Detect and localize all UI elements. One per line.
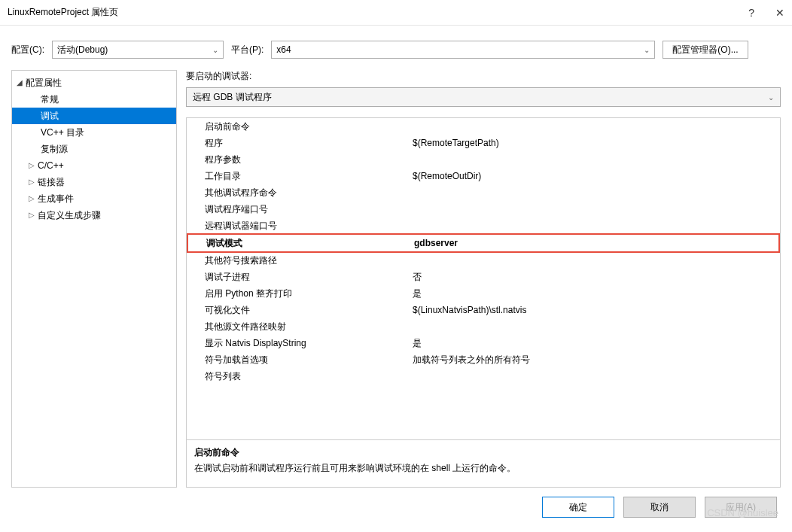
tree-item-custombuild[interactable]: ▷ 自定义生成步骤 <box>12 207 176 223</box>
property-row[interactable]: 启动前命令 <box>187 118 780 135</box>
property-row[interactable]: 调试程序端口号 <box>187 201 780 217</box>
tree-item-debug[interactable]: 调试 <box>12 108 176 124</box>
expand-icon: ▷ <box>29 208 38 222</box>
tree-root-label: 配置属性 <box>26 76 62 90</box>
titlebar: LinuxRemoteProject 属性页 ? ✕ <box>0 0 792 26</box>
description-title: 启动前命令 <box>194 446 772 459</box>
platform-combo-value: x64 <box>276 44 291 55</box>
tree-item-copysrc[interactable]: 复制源 <box>12 141 176 157</box>
ok-button[interactable]: 确定 <box>542 497 614 518</box>
platform-combo[interactable]: x64 ⌄ <box>271 41 655 59</box>
tree-item-ccpp[interactable]: ▷ C/C++ <box>12 157 176 174</box>
property-row[interactable]: 其他源文件路径映射 <box>187 318 780 335</box>
property-row[interactable]: 其他调试程序命令 <box>187 184 780 201</box>
close-button[interactable]: ✕ <box>775 7 784 19</box>
property-row[interactable]: 工作目录$(RemoteOutDir) <box>187 168 780 184</box>
property-row[interactable]: 其他符号搜索路径 <box>187 252 780 269</box>
property-value[interactable]: 加载符号列表之外的所有符号 <box>413 351 780 368</box>
main-area: ◢ 配置属性 常规 调试 VC++ 目录 复制源 ▷ C/C++ ▷ 链接器 ▷… <box>0 66 792 488</box>
property-value[interactable]: gdbserver <box>414 235 778 251</box>
debugger-combo[interactable]: 远程 GDB 调试程序 ⌄ <box>186 87 781 107</box>
property-row[interactable]: 可视化文件$(LinuxNatvisPath)\stl.natvis <box>187 302 780 318</box>
property-row[interactable]: 显示 Natvis DisplayString是 <box>187 335 780 351</box>
config-combo-value: 活动(Debug) <box>57 44 108 56</box>
property-row[interactable]: 程序$(RemoteTargetPath) <box>187 135 780 151</box>
property-row[interactable]: 调试子进程否 <box>187 269 780 285</box>
property-row[interactable]: 调试模式gdbserver <box>187 233 780 253</box>
collapse-icon: ◢ <box>17 76 26 90</box>
property-grid: 启动前命令程序$(RemoteTargetPath)程序参数工作目录$(Remo… <box>186 117 781 440</box>
chevron-down-icon: ⌄ <box>644 46 650 54</box>
expand-icon: ▷ <box>29 175 38 189</box>
property-label: 其他符号搜索路径 <box>187 252 413 269</box>
property-row[interactable]: 符号加载首选项加载符号列表之外的所有符号 <box>187 351 780 368</box>
tree-item-general[interactable]: 常规 <box>12 91 176 108</box>
property-label: 其他源文件路径映射 <box>187 318 413 335</box>
tree-item-buildevents[interactable]: ▷ 生成事件 <box>12 190 176 207</box>
config-label: 配置(C): <box>11 44 44 56</box>
property-label: 可视化文件 <box>187 302 413 318</box>
property-row[interactable]: 符号列表 <box>187 368 780 385</box>
property-label: 启动前命令 <box>187 118 413 135</box>
property-label: 程序参数 <box>187 151 413 168</box>
config-combo[interactable]: 活动(Debug) ⌄ <box>52 41 224 59</box>
property-label: 符号加载首选项 <box>187 351 413 368</box>
debugger-label: 要启动的调试器: <box>186 70 781 83</box>
chevron-down-icon: ⌄ <box>768 93 774 102</box>
property-value[interactable]: 否 <box>413 269 780 285</box>
property-label: 启用 Python 整齐打印 <box>187 285 413 302</box>
apply-button[interactable]: 应用(A) <box>705 497 777 518</box>
property-value[interactable]: $(RemoteTargetPath) <box>413 135 780 151</box>
tree-item-linker[interactable]: ▷ 链接器 <box>12 174 176 190</box>
config-row: 配置(C): 活动(Debug) ⌄ 平台(P): x64 ⌄ 配置管理器(O)… <box>0 26 792 66</box>
description-text: 在调试启动前和调试程序运行前且可用来影响调试环境的在 shell 上运行的命令。 <box>194 462 772 475</box>
help-button[interactable]: ? <box>748 7 754 19</box>
property-label: 调试程序端口号 <box>187 201 413 217</box>
property-value[interactable]: $(LinuxNatvisPath)\stl.natvis <box>413 302 780 318</box>
property-label: 远程调试器端口号 <box>187 217 413 234</box>
expand-icon: ▷ <box>29 192 38 205</box>
property-value[interactable]: 是 <box>413 335 780 351</box>
description-panel: 启动前命令 在调试启动前和调试程序运行前且可用来影响调试环境的在 shell 上… <box>186 440 781 488</box>
property-label: 程序 <box>187 135 413 151</box>
property-row[interactable]: 启用 Python 整齐打印是 <box>187 285 780 302</box>
property-label: 显示 Natvis DisplayString <box>187 335 413 351</box>
tree-root[interactable]: ◢ 配置属性 <box>12 74 176 91</box>
property-label: 工作目录 <box>187 168 413 184</box>
property-label: 调试模式 <box>188 235 414 251</box>
config-manager-button[interactable]: 配置管理器(O)... <box>663 41 748 59</box>
tree-panel: ◢ 配置属性 常规 调试 VC++ 目录 复制源 ▷ C/C++ ▷ 链接器 ▷… <box>11 70 177 488</box>
tree-item-vcdirs[interactable]: VC++ 目录 <box>12 124 176 141</box>
property-label: 调试子进程 <box>187 269 413 285</box>
property-row[interactable]: 程序参数 <box>187 151 780 168</box>
right-panel: 要启动的调试器: 远程 GDB 调试程序 ⌄ 启动前命令程序$(RemoteTa… <box>186 70 781 488</box>
chevron-down-icon: ⌄ <box>212 46 218 54</box>
window-title: LinuxRemoteProject 属性页 <box>8 6 748 19</box>
cancel-button[interactable]: 取消 <box>623 497 696 518</box>
platform-label: 平台(P): <box>231 44 263 56</box>
debugger-combo-value: 远程 GDB 调试程序 <box>193 91 272 104</box>
expand-icon: ▷ <box>29 159 38 172</box>
property-label: 其他调试程序命令 <box>187 184 413 201</box>
window-controls: ? ✕ <box>748 7 784 19</box>
property-value[interactable]: $(RemoteOutDir) <box>413 168 780 184</box>
property-label: 符号列表 <box>187 368 413 385</box>
property-row[interactable]: 远程调试器端口号 <box>187 217 780 234</box>
property-value[interactable]: 是 <box>413 285 780 302</box>
button-row: 确定 取消 应用(A) <box>0 488 792 518</box>
